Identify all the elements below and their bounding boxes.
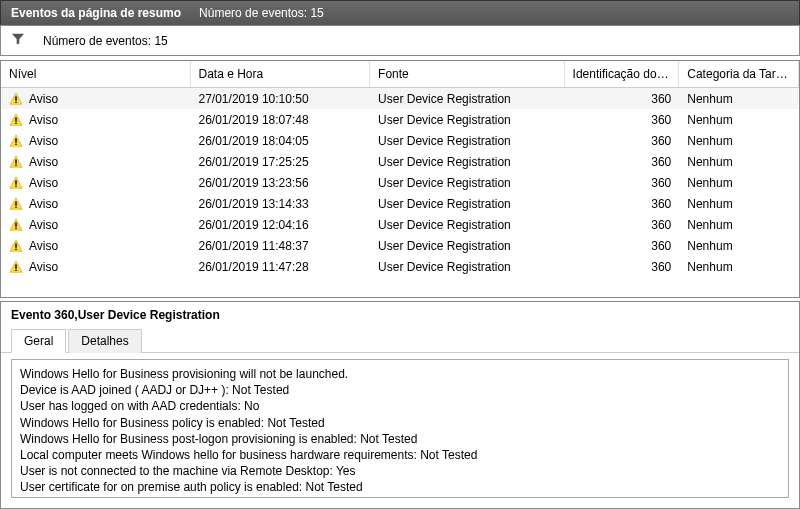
detail-line: Windows Hello for Business policy is ena… [20, 415, 780, 431]
cell-category: Nenhum [679, 176, 799, 190]
cell-source: User Device Registration [370, 155, 565, 169]
cell-date: 26/01/2019 11:47:28 [191, 260, 371, 274]
level-text: Aviso [29, 134, 58, 148]
warning-icon [9, 239, 23, 253]
table-row[interactable]: Aviso27/01/2019 10:10:50User Device Regi… [1, 88, 799, 109]
table-row[interactable]: Aviso26/01/2019 13:23:56User Device Regi… [1, 172, 799, 193]
svg-rect-15 [15, 248, 16, 249]
filter-icon[interactable] [11, 32, 25, 49]
col-header-level[interactable]: Nível [1, 61, 191, 87]
table-row[interactable]: Aviso26/01/2019 11:48:37User Device Regi… [1, 235, 799, 256]
col-header-date[interactable]: Data e Hora [191, 61, 371, 87]
detail-line: Machine is governed by none policy. [20, 496, 780, 499]
cell-event-id: 360 [565, 176, 680, 190]
table-row[interactable]: Aviso26/01/2019 18:07:48User Device Regi… [1, 109, 799, 130]
cell-event-id: 360 [565, 260, 680, 274]
cell-category: Nenhum [679, 113, 799, 127]
cell-event-id: 360 [565, 239, 680, 253]
cell-date: 26/01/2019 17:25:25 [191, 155, 371, 169]
window-title: Eventos da página de resumo [11, 6, 181, 20]
svg-rect-9 [15, 185, 16, 186]
table-row[interactable]: Aviso26/01/2019 17:25:25User Device Regi… [1, 151, 799, 172]
svg-rect-5 [15, 143, 16, 144]
warning-icon [9, 134, 23, 148]
cell-date: 26/01/2019 13:23:56 [191, 176, 371, 190]
cell-source: User Device Registration [370, 239, 565, 253]
cell-date: 26/01/2019 11:48:37 [191, 239, 371, 253]
cell-source: User Device Registration [370, 197, 565, 211]
cell-level: Aviso [1, 134, 191, 148]
cell-category: Nenhum [679, 239, 799, 253]
detail-line: Device is AAD joined ( AADJ or DJ++ ): N… [20, 382, 780, 398]
cell-level: Aviso [1, 176, 191, 190]
detail-line: User is not connected to the machine via… [20, 463, 780, 479]
table-row[interactable]: Aviso26/01/2019 18:04:05User Device Regi… [1, 130, 799, 151]
cell-date: 26/01/2019 13:14:33 [191, 197, 371, 211]
cell-source: User Device Registration [370, 134, 565, 148]
cell-category: Nenhum [679, 197, 799, 211]
event-grid[interactable]: Nível Data e Hora Fonte Identificação do… [0, 60, 800, 298]
svg-rect-3 [15, 122, 16, 123]
cell-category: Nenhum [679, 134, 799, 148]
svg-rect-11 [15, 206, 16, 207]
table-row[interactable]: Aviso26/01/2019 11:47:28User Device Regi… [1, 256, 799, 277]
svg-rect-14 [15, 243, 16, 247]
svg-rect-12 [15, 222, 16, 226]
col-header-source[interactable]: Fonte [370, 61, 565, 87]
cell-level: Aviso [1, 239, 191, 253]
grid-body: Aviso27/01/2019 10:10:50User Device Regi… [1, 88, 799, 277]
svg-rect-10 [15, 201, 16, 205]
detail-line: Local computer meets Windows hello for b… [20, 447, 780, 463]
svg-rect-1 [15, 101, 16, 102]
col-header-event-id[interactable]: Identificação do Eve... [565, 61, 680, 87]
svg-rect-13 [15, 227, 16, 228]
tab-general[interactable]: Geral [11, 329, 66, 353]
cell-event-id: 360 [565, 113, 680, 127]
tab-details[interactable]: Detalhes [68, 329, 141, 353]
cell-level: Aviso [1, 197, 191, 211]
titlebar: Eventos da página de resumo Número de ev… [0, 0, 800, 25]
cell-category: Nenhum [679, 218, 799, 232]
warning-icon [9, 92, 23, 106]
cell-event-id: 360 [565, 155, 680, 169]
detail-header: Evento 360,User Device Registration [1, 302, 799, 326]
cell-date: 26/01/2019 12:04:16 [191, 218, 371, 232]
detail-tabs: Geral Detalhes [1, 326, 799, 353]
table-row[interactable]: Aviso26/01/2019 12:04:16User Device Regi… [1, 214, 799, 235]
level-text: Aviso [29, 176, 58, 190]
table-row[interactable]: Aviso26/01/2019 13:14:33User Device Regi… [1, 193, 799, 214]
cell-level: Aviso [1, 260, 191, 274]
cell-level: Aviso [1, 218, 191, 232]
svg-rect-0 [15, 96, 16, 100]
warning-icon [9, 176, 23, 190]
cell-source: User Device Registration [370, 113, 565, 127]
cell-source: User Device Registration [370, 176, 565, 190]
level-text: Aviso [29, 260, 58, 274]
cell-source: User Device Registration [370, 218, 565, 232]
level-text: Aviso [29, 113, 58, 127]
level-text: Aviso [29, 92, 58, 106]
cell-source: User Device Registration [370, 260, 565, 274]
svg-rect-4 [15, 138, 16, 142]
svg-rect-2 [15, 117, 16, 121]
level-text: Aviso [29, 155, 58, 169]
detail-line: Windows Hello for Business provisioning … [20, 366, 780, 382]
cell-category: Nenhum [679, 155, 799, 169]
titlebar-count: Número de eventos: 15 [199, 6, 324, 20]
cell-event-id: 360 [565, 197, 680, 211]
svg-rect-16 [15, 264, 16, 268]
cell-level: Aviso [1, 92, 191, 106]
detail-line: User has logged on with AAD credentials:… [20, 398, 780, 414]
col-header-category[interactable]: Categoria da Tarefa [679, 61, 799, 87]
level-text: Aviso [29, 197, 58, 211]
detail-line: Windows Hello for Business post-logon pr… [20, 431, 780, 447]
warning-icon [9, 218, 23, 232]
cell-level: Aviso [1, 113, 191, 127]
detail-pane: Evento 360,User Device Registration Gera… [0, 301, 800, 509]
warning-icon [9, 260, 23, 274]
detail-body[interactable]: Windows Hello for Business provisioning … [11, 359, 789, 498]
level-text: Aviso [29, 218, 58, 232]
warning-icon [9, 155, 23, 169]
event-viewer-window: Eventos da página de resumo Número de ev… [0, 0, 800, 509]
filterbar-count: Número de eventos: 15 [43, 34, 168, 48]
